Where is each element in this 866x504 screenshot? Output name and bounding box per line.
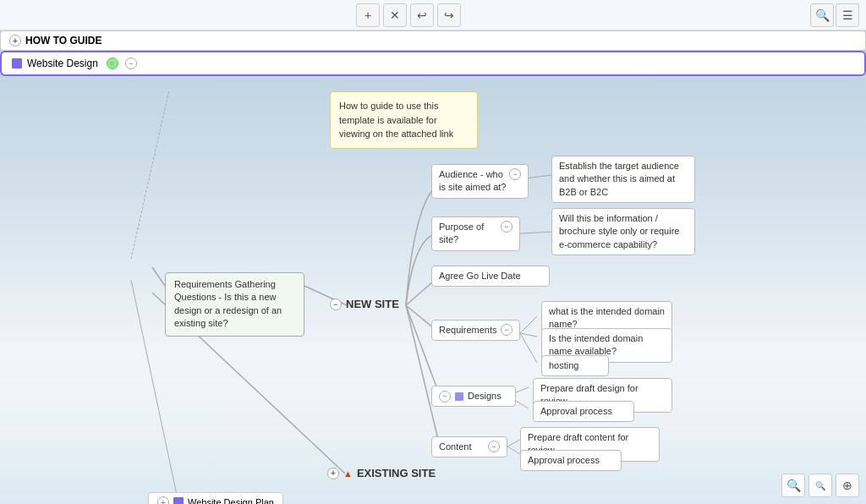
content-label: Content: [439, 441, 472, 452]
redo-button[interactable]: ↪: [437, 3, 461, 27]
existing-site-label: EXISTING SITE: [357, 467, 436, 479]
new-site-collapse[interactable]: −: [330, 299, 342, 310]
requirements-collapse[interactable]: −: [501, 324, 512, 336]
collapse-btn[interactable]: −: [125, 58, 137, 69]
purpose-collapse[interactable]: −: [501, 221, 512, 233]
approval-designs-text: Approval process: [540, 406, 612, 416]
audience-detail-text: Establish the target audience and whethe…: [559, 161, 679, 197]
designs-node[interactable]: − Designs: [431, 386, 516, 407]
approval-content-text: Approval process: [528, 455, 600, 465]
zoom-in-button[interactable]: 🔍: [781, 474, 805, 497]
requirements-gathering-label: Requirements Gathering Questions - Is th…: [174, 279, 282, 328]
content-node[interactable]: − Content: [431, 436, 507, 457]
zoom-controls: 🔍 🔍 ⊕: [781, 474, 859, 497]
how-to-guide-label: HOW TO GUIDE: [25, 35, 101, 47]
svg-line-8: [520, 316, 537, 333]
tooltip-text: How to guide to use this template is ava…: [339, 101, 453, 139]
approval-content-node: Approval process: [520, 450, 622, 471]
add-button[interactable]: +: [356, 3, 380, 27]
toolbar-left: + ✕ ↩ ↪: [7, 3, 810, 27]
purpose-detail-text: Will this be information / brochure styl…: [559, 213, 679, 249]
agree-golive-node[interactable]: Agree Go Live Date: [431, 266, 550, 287]
wdp-expand[interactable]: +: [157, 496, 169, 504]
website-design-plan-node[interactable]: + Website Design Plan: [148, 492, 283, 504]
audience-label: Audience - who is site aimed at?: [439, 169, 506, 192]
content-collapse[interactable]: −: [488, 441, 500, 452]
zoom-reset-button[interactable]: ⊕: [836, 474, 859, 497]
wdp-icon: [173, 497, 184, 504]
svg-line-0: [152, 267, 165, 286]
how-to-guide-tooltip: How to guide to use this template is ava…: [330, 91, 478, 149]
svg-line-10: [520, 333, 537, 363]
agree-golive-label: Agree Go Live Date: [439, 271, 521, 281]
domain-available-text: Is the intended domain name available?: [549, 333, 643, 356]
website-design-root[interactable]: Website Design ○ −: [0, 51, 866, 76]
menu-button[interactable]: ☰: [836, 3, 859, 27]
svg-line-9: [520, 333, 537, 337]
expand-collapse-btn[interactable]: ○: [107, 58, 118, 69]
wdp-label: Website Design Plan: [188, 497, 274, 504]
designs-collapse[interactable]: −: [439, 391, 451, 403]
close-button[interactable]: ✕: [383, 3, 407, 27]
requirements-node[interactable]: − Requirements: [431, 320, 520, 341]
audience-node[interactable]: − Audience - who is site aimed at?: [431, 164, 529, 199]
svg-line-7: [520, 232, 554, 233]
existing-site-expand[interactable]: +: [327, 468, 339, 479]
hosting-text: hosting: [549, 360, 578, 370]
new-site-label: NEW SITE: [346, 298, 399, 310]
warning-icon: ▲: [343, 468, 353, 479]
new-site-node[interactable]: − NEW SITE: [330, 298, 399, 310]
toolbar: + ✕ ↩ ↪ 🔍 ☰: [0, 0, 866, 30]
designs-page-icon: [455, 392, 463, 401]
expand-icon[interactable]: +: [9, 35, 21, 47]
requirements-label: Requirements: [439, 325, 496, 335]
designs-label: Designs: [468, 390, 502, 403]
mindmap-canvas: + HOW TO GUIDE How to guide to use this …: [0, 30, 866, 504]
requirements-gathering-node[interactable]: Requirements Gathering Questions - Is th…: [165, 272, 304, 337]
svg-line-15: [131, 90, 169, 259]
purpose-label: Purpose of site?: [439, 222, 484, 244]
audience-detail: Establish the target audience and whethe…: [551, 156, 695, 203]
existing-site-node[interactable]: + ▲ EXISTING SITE: [327, 467, 436, 479]
purpose-detail: Will this be information / brochure styl…: [551, 208, 695, 255]
page-icon: [12, 58, 22, 68]
undo-button[interactable]: ↩: [410, 3, 434, 27]
search-button[interactable]: 🔍: [810, 3, 834, 27]
toolbar-right: 🔍 ☰: [810, 3, 859, 27]
audience-collapse[interactable]: −: [509, 168, 521, 180]
hosting-node: hosting: [541, 355, 609, 376]
root-label: Website Design: [27, 58, 98, 69]
domain-name-text: what is the intended domain name?: [549, 306, 665, 329]
zoom-out-button[interactable]: 🔍: [808, 474, 832, 497]
how-to-guide-node[interactable]: + HOW TO GUIDE: [0, 30, 866, 51]
approval-designs-node: Approval process: [533, 401, 634, 422]
purpose-node[interactable]: − Purpose of site?: [431, 216, 520, 251]
